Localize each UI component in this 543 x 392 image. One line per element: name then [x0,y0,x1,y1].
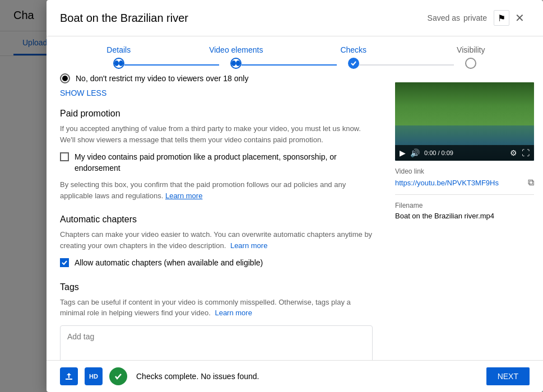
step-video-elements-label: Video elements [209,45,263,54]
paid-promotion-checkbox-row: My video contains paid promotion like a … [60,152,373,174]
step-details-circle [113,58,124,69]
paid-promotion-desc: If you accepted anything of value from a… [60,123,373,145]
next-button[interactable]: NEXT [486,367,530,385]
check-complete-icon [109,367,127,385]
confirm-text-content: By selecting this box, you confirm that … [60,180,346,200]
restriction-radio-label: No, don't restrict my video to viewers o… [76,74,248,83]
saved-as-label: Saved as [428,13,460,22]
video-link-section: Video link https://youtu.be/NPVKT3MF9Hs … [395,167,534,188]
auto-chapters-checkbox[interactable] [60,258,69,267]
auto-chapters-desc: Chapters can make your video easier to w… [60,229,373,251]
tags-desc: Tags can be useful if content in your vi… [60,297,373,319]
tag-input[interactable] [67,332,365,341]
auto-chapters-title: Automatic chapters [60,214,373,225]
show-less-button[interactable]: SHOW LESS [60,88,106,97]
video-link-url[interactable]: https://youtu.be/NPVKT3MF9Hs [395,179,523,187]
video-link-row: https://youtu.be/NPVKT3MF9Hs ⧉ [395,178,534,188]
checks-status: Checks complete. No issues found. [136,372,477,381]
step-video-elements-circle [230,58,242,69]
video-player[interactable]: ▶ 🔊 0:00 / 0:09 ⚙ ⛶ [395,82,534,161]
modal-footer: HD Checks complete. No issues found. NEX… [47,360,543,392]
auto-chapters-section: Automatic chapters Chapters can make you… [60,214,373,269]
upload-icon[interactable] [60,367,78,385]
radio-inner [62,76,68,81]
paid-promotion-checkbox[interactable] [60,152,69,161]
time-display: 0:00 / 0:09 [424,150,505,156]
close-button[interactable]: ✕ [509,8,530,28]
play-button[interactable]: ▶ [400,148,406,157]
volume-button[interactable]: 🔊 [410,148,420,157]
restriction-radio: No, don't restrict my video to viewers o… [60,73,373,83]
tags-desc-text: Tags can be useful if content in your vi… [60,298,351,318]
step-details[interactable]: Details [60,45,178,69]
paid-promotion-learn-more[interactable]: Learn more [165,192,202,200]
modal-left-content: No, don't restrict my video to viewers o… [47,73,386,360]
saved-status: private [463,13,487,22]
paid-promotion-confirm: By selecting this box, you confirm that … [60,179,373,201]
filename-label: Filename [395,202,534,209]
radio-button[interactable] [60,73,70,83]
auto-chapters-learn-more[interactable]: Learn more [230,241,267,250]
step-checks[interactable]: Checks [295,45,412,69]
stepper: Details Video elements Checks Visibility [47,36,543,73]
paid-promotion-checkbox-label: My video contains paid promotion like a … [75,152,373,174]
auto-chapters-desc-text: Chapters can make your video easier to w… [60,230,372,250]
settings-button[interactable]: ⚙ [510,148,517,157]
step-video-elements[interactable]: Video elements [178,45,295,69]
modal-dialog: Boat on the Brazilian river Saved as pri… [47,0,543,392]
tag-input-container[interactable] [60,325,373,360]
step-details-label: Details [106,45,131,54]
step-visibility-label: Visibility [457,45,485,54]
filename-value: Boat on the Brazilian river.mp4 [395,212,534,220]
step-visibility[interactable]: Visibility [412,45,530,69]
modal-header: Boat on the Brazilian river Saved as pri… [47,0,543,36]
step-visibility-circle [465,58,476,69]
video-link-label: Video link [395,167,534,175]
auto-chapters-checkbox-row: Allow automatic chapters (when available… [60,258,373,269]
video-controls: ▶ 🔊 0:00 / 0:09 ⚙ ⛶ [395,145,534,161]
auto-chapters-checkbox-label: Allow automatic chapters (when available… [75,258,263,269]
paid-promotion-section: Paid promotion If you accepted anything … [60,109,373,201]
footer-icons: HD [60,367,127,385]
modal-right-panel: ▶ 🔊 0:00 / 0:09 ⚙ ⛶ Video link https://y… [386,73,543,360]
flag-icon[interactable]: ⚑ [494,10,509,26]
filename-section: Filename Boat on the Brazilian river.mp4 [395,194,534,220]
hd-icon[interactable]: HD [85,367,103,385]
tags-learn-more[interactable]: Learn more [215,309,252,317]
tags-section: Tags Tags can be useful if content in yo… [60,282,373,360]
step-checks-label: Checks [340,45,366,54]
modal-title: Boat on the Brazilian river [60,12,428,25]
fullscreen-button[interactable]: ⛶ [522,148,530,157]
paid-promotion-title: Paid promotion [60,109,373,119]
copy-link-button[interactable]: ⧉ [528,178,534,188]
saved-badge: Saved as private [428,13,487,22]
tags-title: Tags [60,282,373,292]
modal-body: No, don't restrict my video to viewers o… [47,73,543,360]
step-checks-circle [348,58,359,69]
